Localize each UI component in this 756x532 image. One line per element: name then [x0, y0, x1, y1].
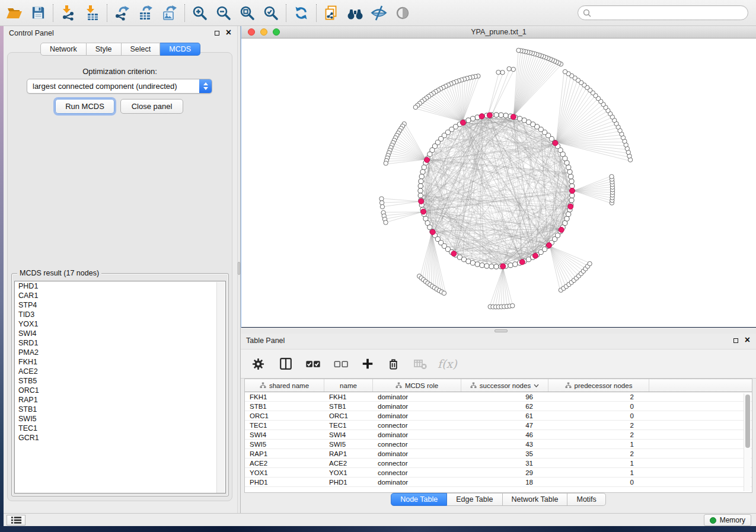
- horizontal-splitter-handle[interactable]: [495, 329, 508, 332]
- mcds-result-item[interactable]: TEC1: [15, 424, 225, 433]
- table-tab-node-table[interactable]: Node Table: [391, 493, 447, 506]
- table-scrollbar[interactable]: [744, 393, 751, 491]
- mcds-result-item[interactable]: CAR1: [15, 291, 225, 300]
- search-field[interactable]: [578, 5, 748, 20]
- table-row[interactable]: SWI5SWI5connector431: [245, 440, 752, 449]
- zoom-fit-button[interactable]: [235, 2, 259, 24]
- zoom-selected-button[interactable]: [259, 2, 283, 24]
- close-panel-button[interactable]: Close panel: [120, 99, 183, 114]
- close-panel-icon[interactable]: ×: [226, 28, 231, 37]
- table-tab-network-table[interactable]: Network Table: [503, 493, 568, 506]
- mcds-node[interactable]: [419, 198, 424, 204]
- table-tab-edge-table[interactable]: Edge Table: [447, 493, 502, 506]
- table-row[interactable]: STB1STB1dominator620: [245, 402, 752, 411]
- mcds-result-item[interactable]: STP4: [15, 300, 225, 310]
- tab-mcds[interactable]: MCDS: [160, 43, 200, 56]
- mcds-result-item[interactable]: STB1: [15, 405, 225, 414]
- horizontal-splitter[interactable]: [241, 328, 756, 334]
- mcds-node[interactable]: [553, 140, 558, 146]
- mcds-node[interactable]: [546, 243, 551, 248]
- add-column-button[interactable]: [361, 357, 374, 370]
- mcds-node[interactable]: [479, 114, 484, 119]
- mcds-node[interactable]: [460, 120, 465, 125]
- network-graph[interactable]: [241, 39, 756, 327]
- save-session-button[interactable]: [26, 2, 50, 24]
- mcds-result-item[interactable]: ACE2: [15, 367, 225, 376]
- table-row[interactable]: FKH1FKH1dominator962: [245, 392, 752, 402]
- mcds-result-item[interactable]: FKH1: [15, 357, 225, 367]
- mcds-node[interactable]: [570, 188, 575, 194]
- table-settings-button[interactable]: [251, 357, 265, 371]
- mcds-node[interactable]: [511, 114, 516, 120]
- mcds-node[interactable]: [568, 204, 573, 209]
- float-panel-icon[interactable]: [733, 338, 738, 343]
- open-file-button[interactable]: [2, 2, 26, 24]
- table-tab-motifs[interactable]: Motifs: [567, 493, 605, 506]
- deselect-all-button[interactable]: [333, 359, 349, 369]
- mcds-result-item[interactable]: RAP1: [15, 395, 225, 405]
- mcds-node[interactable]: [559, 227, 564, 232]
- mcds-result-item[interactable]: GCR1: [15, 433, 225, 443]
- table-row[interactable]: SWI4SWI4dominator462: [245, 430, 752, 440]
- birds-eye-view-button[interactable]: [391, 2, 414, 24]
- export-table-button[interactable]: [134, 2, 158, 24]
- mcds-result-item[interactable]: SRD1: [15, 338, 225, 348]
- mcds-node[interactable]: [430, 229, 435, 235]
- mcds-node[interactable]: [500, 264, 506, 269]
- show-panels-list-button[interactable]: [7, 515, 25, 525]
- table-row[interactable]: PHD1PHD1dominator180: [245, 477, 752, 487]
- mcds-result-item[interactable]: ORC1: [15, 386, 225, 395]
- column-header-shared-name[interactable]: shared name: [245, 379, 324, 392]
- delete-table-button[interactable]: [413, 357, 428, 371]
- table-row[interactable]: ACE2ACE2connector311: [245, 459, 752, 468]
- float-panel-icon[interactable]: [215, 31, 219, 36]
- optimization-criterion-dropdown[interactable]: largest connected component (undirected): [27, 79, 212, 94]
- memory-button[interactable]: Memory: [704, 514, 751, 526]
- mcds-node[interactable]: [451, 251, 457, 257]
- column-header-name[interactable]: name: [324, 379, 373, 392]
- mcds-result-item[interactable]: YOX1: [15, 319, 225, 329]
- import-table-button[interactable]: [80, 2, 104, 24]
- delete-column-button[interactable]: [387, 357, 400, 371]
- table-row[interactable]: TEC1TEC1connector472: [245, 421, 752, 430]
- duplicate-network-button[interactable]: [320, 2, 343, 24]
- mcds-node[interactable]: [532, 253, 538, 258]
- search-input[interactable]: [594, 7, 748, 19]
- mcds-node[interactable]: [519, 259, 525, 265]
- node-table[interactable]: shared namenameMCDS rolesuccessor nodesp…: [244, 379, 752, 493]
- mcds-result-item[interactable]: SWI4: [15, 329, 225, 338]
- column-header-predecessor-nodes[interactable]: predecessor nodes: [548, 379, 649, 392]
- table-row[interactable]: YOX1YOX1connector291: [245, 468, 752, 477]
- zoom-in-button[interactable]: [188, 2, 212, 24]
- search-binoculars-button[interactable]: [343, 2, 367, 24]
- mcds-result-item[interactable]: SWI5: [15, 414, 225, 424]
- mcds-result-item[interactable]: PMA2: [15, 348, 225, 357]
- export-image-button[interactable]: [158, 2, 181, 24]
- tab-style[interactable]: Style: [87, 43, 122, 56]
- run-mcds-button[interactable]: Run MCDS: [55, 99, 114, 114]
- network-window-titlebar[interactable]: YPA_prune.txt_1: [241, 26, 756, 39]
- table-row[interactable]: RAP1RAP1dominator352: [245, 449, 752, 459]
- mcds-node[interactable]: [420, 209, 426, 214]
- show-column-button[interactable]: [279, 357, 293, 371]
- mcds-result-list[interactable]: PHD1CAR1STP4TID3YOX1SWI4SRD1PMA2FKH1ACE2…: [14, 281, 226, 493]
- export-network-button[interactable]: [110, 2, 134, 24]
- mcds-result-item[interactable]: TID3: [15, 310, 225, 319]
- table-row[interactable]: ORC1ORC1dominator610: [245, 411, 752, 421]
- close-panel-icon[interactable]: ×: [745, 335, 750, 345]
- mcds-node[interactable]: [487, 113, 492, 118]
- table-scrollbar-thumb[interactable]: [745, 395, 750, 448]
- tab-network[interactable]: Network: [40, 43, 87, 56]
- tab-select[interactable]: Select: [122, 43, 161, 56]
- column-header-successor-nodes[interactable]: successor nodes: [461, 379, 548, 392]
- function-builder-button[interactable]: f(x): [438, 357, 457, 370]
- refresh-layout-button[interactable]: [289, 2, 313, 24]
- import-network-button[interactable]: [56, 2, 80, 24]
- vertical-splitter-handle[interactable]: [238, 262, 240, 275]
- mcds-list-scrollbar[interactable]: [216, 282, 225, 493]
- mcds-node[interactable]: [425, 157, 430, 162]
- mcds-result-item[interactable]: PHD1: [15, 281, 225, 291]
- select-all-button[interactable]: [305, 359, 321, 369]
- toggle-visual-style-button[interactable]: [367, 2, 391, 24]
- column-header-MCDS-role[interactable]: MCDS role: [373, 379, 461, 392]
